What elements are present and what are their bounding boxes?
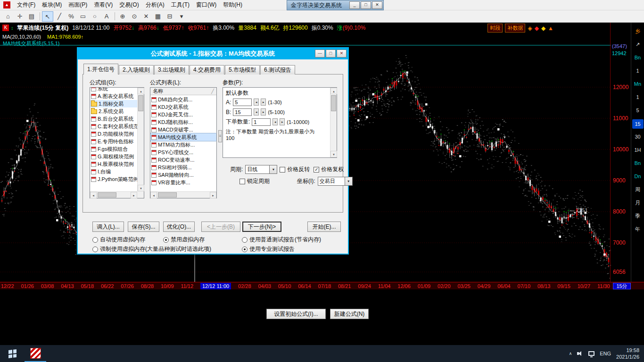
group-item[interactable]: 1.指标交易 xyxy=(90,100,137,107)
period-button-15[interactable]: 年 xyxy=(632,223,644,236)
splitter-handle[interactable]: ≡ xyxy=(218,130,222,142)
tab-3[interactable]: 3.出场规则 xyxy=(154,65,189,74)
more-tools-icon[interactable]: ▾ xyxy=(176,11,187,22)
anchor-tool-icon[interactable]: ⊕ xyxy=(117,11,128,22)
formula-item[interactable]: RSI相对强弱... xyxy=(150,164,216,171)
menu-page[interactable]: 画面(P) xyxy=(65,0,91,10)
group-item[interactable]: H.股票模块范例 xyxy=(90,160,137,168)
diamond-orange-icon[interactable]: ◈ xyxy=(528,25,532,32)
dialog-close-button[interactable]: ✕ xyxy=(337,49,347,58)
formula-group-tree[interactable]: 系统A.图表交易系统1.指标交易2.系统交易B.后台交易系统C.套利交易系统范例… xyxy=(90,87,144,198)
menu-view[interactable]: 查看(V) xyxy=(91,0,116,10)
dialog-restore-button[interactable]: □ xyxy=(326,49,336,58)
checkbox-option[interactable]: 价格反转 xyxy=(280,165,310,173)
load-button[interactable]: 调入(L)... xyxy=(92,222,124,232)
tab-1[interactable]: 1.开仓信号 xyxy=(83,64,118,74)
clock[interactable]: 19:58 2021/1/26 xyxy=(616,347,639,360)
scroll-up-button[interactable]: ▲ xyxy=(138,88,144,94)
group-item[interactable]: I.自编 xyxy=(90,168,137,175)
trash-icon[interactable]: ▦ xyxy=(152,11,164,22)
formula-item[interactable]: KDJ交易系统 xyxy=(150,103,216,111)
menu-analysis[interactable]: 分析(A) xyxy=(142,0,168,10)
param-input[interactable]: 1 xyxy=(252,118,271,126)
taskbar-app-button[interactable] xyxy=(25,345,46,362)
minimize-button[interactable]: _ xyxy=(349,1,360,9)
period-button-6[interactable]: 5 xyxy=(632,104,644,117)
chevron-down-icon[interactable]: ▼ xyxy=(345,177,353,186)
period-select[interactable]: 日线 ▼ xyxy=(245,165,277,174)
diamond-red-icon[interactable]: ◆ xyxy=(535,25,539,32)
group-item[interactable]: E.专用特色指标 xyxy=(90,138,137,145)
next-button[interactable]: 下一步(N)> xyxy=(242,222,281,232)
tab-5[interactable]: 5.市场模型 xyxy=(225,65,260,74)
period-button-0[interactable]: 乡 xyxy=(632,25,644,38)
formula-item[interactable]: DMI趋向交易... xyxy=(150,96,216,103)
home-icon[interactable]: ⌂ xyxy=(2,11,14,22)
rectangle-tool-icon[interactable]: ▭ xyxy=(77,11,89,22)
period-button-10[interactable]: Bn xyxy=(632,157,644,170)
period-button-2[interactable]: Bn xyxy=(632,51,644,65)
scroll-thumb[interactable] xyxy=(331,95,336,111)
formula-list[interactable]: 名称 ╱ DMI趋向交易...KDJ交易系统KDJ金死叉信...KDJ随机指标.… xyxy=(150,87,217,198)
spin-left-button[interactable]: ◂ xyxy=(254,99,259,106)
percent-tool-icon[interactable]: % xyxy=(66,11,77,22)
scroll-left-button[interactable]: ◄ xyxy=(150,192,157,198)
dialog-title-bar[interactable]: 公式测试系统 - 1.指标交易：MA均线交易系统 —□✕ xyxy=(78,48,348,59)
group-item[interactable]: 系统 xyxy=(90,88,137,92)
tab-6[interactable]: 6.测试报告 xyxy=(260,65,295,74)
scroll-track[interactable] xyxy=(330,94,337,151)
dialog-minimize-button[interactable]: — xyxy=(315,49,325,58)
new-formula-button[interactable]: 新建公式(N) xyxy=(330,309,369,319)
close-button[interactable]: ✕ xyxy=(372,1,382,9)
spin-right-button[interactable]: ▸ xyxy=(280,118,285,125)
formula-item[interactable]: KDJ随机指标... xyxy=(150,118,216,126)
radio-force-virtual-memory[interactable]: 强制使用虚拟内存(大量品种测试时请选此项) xyxy=(92,245,211,253)
restore-button[interactable]: □ xyxy=(361,1,371,9)
text-tool-icon[interactable]: A xyxy=(101,11,112,22)
period-button-5[interactable]: 1 xyxy=(632,91,644,104)
scroll-track[interactable] xyxy=(157,192,210,198)
period-button-9[interactable]: 1H xyxy=(632,144,644,157)
period-button-14[interactable]: 季 xyxy=(632,210,644,223)
start-button[interactable] xyxy=(0,345,25,362)
triangle-orange-icon[interactable]: ▲ xyxy=(548,25,553,32)
group-item[interactable]: J.Python策略范例 xyxy=(90,175,137,183)
period-button-1[interactable]: ↗ xyxy=(632,38,644,51)
spin-right-button[interactable]: ▸ xyxy=(261,99,266,106)
save-button[interactable]: 保存(S)... xyxy=(128,222,159,232)
param-input[interactable]: 15 xyxy=(233,108,252,116)
group-item[interactable]: A.图表交易系统 xyxy=(90,92,137,100)
scroll-thumb[interactable] xyxy=(158,192,177,197)
period-button-3[interactable]: 1 xyxy=(632,65,644,78)
spin-right-button[interactable]: ▸ xyxy=(261,108,266,115)
lock-icon[interactable]: ⊟ xyxy=(164,11,175,22)
scroll-up-button[interactable]: ▲ xyxy=(330,88,337,94)
group-item[interactable]: F.gs模拟组合 xyxy=(90,145,137,153)
scroll-down-button[interactable]: ▼ xyxy=(138,185,144,191)
scroll-thumb[interactable] xyxy=(98,192,116,197)
spin-left-button[interactable]: ◂ xyxy=(254,108,259,115)
spin-left-button[interactable]: ◂ xyxy=(272,118,278,125)
network-icon[interactable] xyxy=(588,351,594,356)
hidden-icons-button[interactable]: ∧ xyxy=(569,351,572,356)
list-column-header[interactable]: 名称 ╱ xyxy=(150,88,216,95)
scroll-left-button[interactable]: ◄ xyxy=(90,192,97,198)
horizontal-scrollbar[interactable]: ◄ ► xyxy=(150,191,216,198)
layout-icon[interactable]: ▤ xyxy=(26,11,37,22)
scroll-right-button[interactable]: ► xyxy=(131,192,137,198)
menu-file[interactable]: 文件(F) xyxy=(14,0,39,10)
group-item[interactable]: D.功能模块范例 xyxy=(90,130,137,138)
formula-item[interactable]: ROC变动速率... xyxy=(150,156,216,164)
period-button-8[interactable]: 30 xyxy=(632,131,644,144)
scroll-thumb[interactable] xyxy=(138,95,143,111)
menu-window[interactable]: 窗口(W) xyxy=(193,0,220,10)
diamond-gold-icon[interactable]: ◆ xyxy=(541,25,545,32)
radio-professional-report[interactable]: 使用专业测试报告 xyxy=(242,245,295,253)
scroll-down-button[interactable]: ▼ xyxy=(330,151,337,157)
menu-blocks[interactable]: 板块(M) xyxy=(39,0,65,10)
pan-icon[interactable]: ✛ xyxy=(14,11,25,22)
scroll-right-button[interactable]: ► xyxy=(210,192,216,198)
radio-auto-virtual-memory[interactable]: 自动使用虚拟内存 xyxy=(92,236,145,244)
fill-data-button[interactable]: 补数据 xyxy=(505,24,525,33)
trendline-tool-icon[interactable]: ╱ xyxy=(54,11,65,22)
